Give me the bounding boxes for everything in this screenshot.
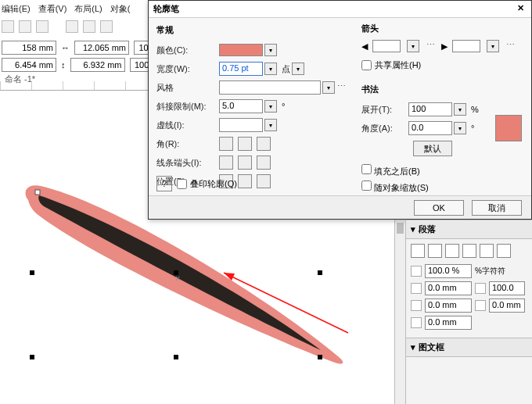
arrow-end-drop[interactable]: ▾ [487, 40, 499, 52]
unit-dropdown[interactable]: ▾ [292, 63, 304, 75]
stretch-input[interactable]: 100 [408, 102, 452, 116]
section-calligraphy: 书法 [361, 84, 531, 95]
panel-paragraph-head[interactable]: ▾ 段落 [406, 220, 532, 239]
corner-bevel[interactable] [257, 137, 271, 151]
pos-center[interactable] [238, 174, 252, 188]
angle-spinner[interactable]: ▾ [454, 122, 466, 134]
stretch-spinner[interactable]: ▾ [454, 103, 466, 116]
para-spacing-input[interactable]: 100.0 % [425, 264, 472, 278]
stretch-unit: % [471, 105, 479, 114]
toolbar-icon-6[interactable] [100, 20, 113, 33]
label-linecaps: 线条端头(I): [156, 157, 219, 169]
cap-flat[interactable] [219, 156, 233, 170]
handle-bc[interactable] [174, 355, 178, 359]
spacing-d-icon [475, 283, 486, 294]
arrow-right-icon: ▶ [441, 41, 448, 52]
align-none[interactable] [497, 244, 511, 258]
handle-br[interactable] [318, 355, 322, 359]
line-spacing-icon [411, 266, 422, 277]
miter-input[interactable]: 5.0 [219, 99, 263, 113]
style-dropdown[interactable]: ▾ [322, 81, 335, 94]
handle-bl[interactable] [30, 355, 34, 359]
menu-layout[interactable]: 布局(L) [74, 3, 102, 15]
scale-with-object[interactable]: 随对象缩放(S) [361, 181, 531, 194]
overprint-checkbox[interactable] [177, 179, 187, 189]
toolbar-icon-1[interactable] [2, 20, 14, 33]
behind-fill[interactable]: 填充之后(B) [361, 164, 531, 177]
cancel-button[interactable]: 取消 [472, 200, 522, 216]
arrow-start[interactable] [372, 40, 401, 52]
close-icon[interactable]: ✕ [514, 3, 527, 16]
share-attributes[interactable]: 共享属性(H) [361, 59, 531, 71]
angle-unit: ° [471, 123, 474, 133]
help-button[interactable]: ? [156, 176, 172, 191]
align-full[interactable] [480, 244, 494, 258]
style-more[interactable]: ⋯ [335, 80, 347, 95]
color-dropdown[interactable]: ▾ [264, 44, 277, 56]
align-justify[interactable] [462, 244, 476, 258]
align-right[interactable] [445, 244, 459, 258]
width-unit[interactable]: 点 [282, 63, 290, 75]
color-swatch[interactable] [219, 44, 263, 56]
cap-round[interactable] [238, 156, 252, 170]
corner-miter[interactable] [219, 137, 233, 151]
dim-w1[interactable]: 158 mm [2, 41, 56, 55]
scale-checkbox[interactable] [361, 181, 372, 191]
arrow-start-more[interactable]: ⋯ [424, 39, 437, 53]
outline-pen-dialog: 轮廓笔 ✕ 常规 颜色(C): ▾ 宽度(W): 0.75 pt ▾ 点 ▾ 风… [148, 0, 532, 220]
arrow-start-drop[interactable]: ▾ [407, 40, 419, 52]
dialog-title: 轮廓笔 [153, 3, 179, 15]
arrow-end[interactable] [452, 40, 480, 52]
defaults-button[interactable]: 默认 [413, 141, 452, 156]
section-arrowhead: 箭头 [361, 23, 531, 34]
label-stretch: 展开(T): [361, 104, 408, 116]
label-style: 风格 [156, 82, 219, 94]
spacing-c[interactable]: 0.0 mm [425, 316, 472, 330]
corner-round[interactable] [238, 137, 252, 151]
center-x: × [175, 274, 180, 283]
para-spacing-label: %字符符 [475, 266, 505, 277]
panel-textframe-head[interactable]: ▾ 图文框 [406, 338, 532, 357]
handle-ml[interactable] [30, 270, 34, 275]
pos-inside[interactable] [257, 174, 271, 188]
dashes-combo[interactable] [219, 118, 263, 132]
spacing-e[interactable]: 0.0 mm [489, 299, 525, 313]
scrollbar-vertical[interactable] [394, 220, 405, 404]
spacing-d[interactable]: 100.0 [489, 281, 525, 295]
chevron-down-icon: ▾ [411, 224, 415, 234]
behind-checkbox[interactable] [361, 164, 372, 174]
width-spinner[interactable]: ▾ [264, 63, 277, 75]
dim-w2[interactable]: 12.065 mm [74, 41, 129, 55]
align-center[interactable] [428, 244, 442, 258]
spacing-a[interactable]: 0.0 mm [425, 281, 472, 295]
toolbar-icon-3[interactable] [36, 20, 49, 33]
width-input[interactable]: 0.75 pt [219, 62, 263, 76]
style-combo[interactable] [219, 80, 321, 95]
dim-h2[interactable]: 6.932 mm [70, 58, 125, 72]
spacing-b[interactable]: 0.0 mm [425, 299, 472, 313]
overprint-outline[interactable]: 叠印轮廓(Q) [177, 178, 237, 190]
handle-mr[interactable] [318, 270, 322, 275]
spacing-a-icon [411, 283, 422, 294]
height-icon: ↕ [61, 60, 66, 70]
share-checkbox[interactable] [361, 60, 372, 70]
toolbar-icon-4[interactable] [66, 20, 78, 33]
angle-input[interactable]: 0.0 [408, 121, 452, 135]
align-left[interactable] [411, 244, 425, 258]
toolbar-icon-5[interactable] [83, 20, 95, 33]
label-miter: 斜接限制(M): [156, 101, 219, 113]
cap-square[interactable] [257, 156, 271, 170]
toolbar-icon-2[interactable] [19, 20, 31, 33]
menu-edit[interactable]: 编辑(E) [2, 3, 31, 15]
scrollbar-thumb[interactable] [397, 223, 404, 234]
dim-h1[interactable]: 6.454 mm [2, 58, 56, 72]
node-marker[interactable] [35, 190, 40, 195]
miter-spinner[interactable]: ▾ [264, 100, 277, 113]
menu-view[interactable]: 查看(V) [38, 3, 67, 15]
menu-object[interactable]: 对象( [110, 3, 131, 15]
width-icon: ↔ [61, 43, 70, 52]
chevron-down-icon: ▾ [411, 342, 415, 352]
arrow-end-more[interactable]: ⋯ [504, 39, 516, 53]
dashes-dropdown[interactable]: ▾ [264, 119, 277, 131]
ok-button[interactable]: OK [414, 200, 464, 216]
